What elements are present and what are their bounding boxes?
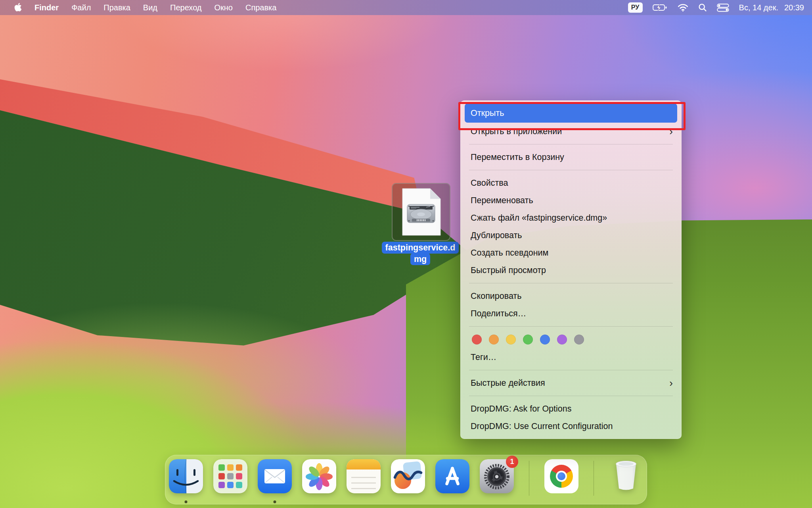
menu-file[interactable]: Файл: [65, 3, 97, 12]
apple-menu[interactable]: [9, 2, 28, 13]
menu-item-open[interactable]: Открыть: [465, 104, 677, 123]
desktop-file-label[interactable]: fastpingservice.d mg: [369, 242, 472, 265]
menu-item-copy[interactable]: Скопировать: [460, 287, 682, 305]
menu-item-rename[interactable]: Переименовать: [460, 192, 682, 209]
context-menu: Открыть Открыть в приложении › Перемести…: [460, 100, 682, 439]
dock-item-launchpad[interactable]: [213, 459, 247, 493]
menu-edit[interactable]: Правка: [97, 3, 137, 12]
dock-item-photos[interactable]: [302, 459, 336, 493]
menu-item-move-to-trash[interactable]: Переместить в Корзину: [460, 148, 682, 166]
freeform-icon: [391, 459, 425, 493]
file-label-line1: fastpingservice.d: [382, 242, 459, 254]
running-indicator-dot: [274, 500, 276, 503]
control-center-icon[interactable]: [717, 4, 729, 12]
dock-item-system-settings[interactable]: 1: [480, 459, 514, 493]
tag-color-yellow[interactable]: [506, 335, 516, 344]
menu-item-quick-actions[interactable]: Быстрые действия ›: [460, 374, 682, 392]
menu-item-quick-look[interactable]: Быстрый просмотр: [460, 262, 682, 279]
spotlight-search-icon[interactable]: [698, 3, 707, 12]
menu-item-make-alias[interactable]: Создать псевдоним: [460, 244, 682, 262]
submenu-chevron-icon: ›: [669, 126, 673, 137]
dock-item-mail[interactable]: [258, 459, 292, 493]
menu-bar: Finder Файл Правка Вид Переход Окно Спра…: [0, 0, 812, 15]
menu-bar-status: РУ: [628, 2, 812, 13]
menu-separator: [469, 170, 673, 170]
photos-icon: [302, 459, 336, 493]
menu-item-open-label: Открыть: [471, 108, 672, 118]
mail-icon: [258, 459, 292, 493]
dock-item-trash[interactable]: [609, 459, 643, 493]
dock-item-freeform[interactable]: [391, 459, 425, 493]
input-source-indicator[interactable]: РУ: [628, 2, 643, 13]
wifi-icon[interactable]: [678, 4, 688, 12]
notes-icon: [347, 459, 381, 493]
launchpad-icon: [213, 459, 247, 493]
chrome-icon: [544, 459, 578, 493]
desktop: Finder Файл Правка Вид Переход Окно Спра…: [0, 0, 812, 508]
date-text: Вс, 14 дек.: [739, 3, 778, 12]
battery-charging-icon[interactable]: [653, 4, 668, 12]
file-label-line2: mg: [410, 253, 430, 265]
dmg-disk-image-icon: [398, 187, 444, 237]
tag-color-row: [460, 331, 682, 348]
menu-item-open-with[interactable]: Открыть в приложении ›: [460, 123, 682, 140]
menu-view[interactable]: Вид: [137, 3, 164, 12]
finder-icon: [169, 459, 203, 493]
tag-color-gray[interactable]: [574, 335, 584, 344]
menu-item-compress[interactable]: Сжать файл «fastpingservice.dmg»: [460, 209, 682, 227]
trash-icon: [609, 459, 643, 493]
dock-item-chrome[interactable]: [544, 459, 578, 493]
menu-item-duplicate[interactable]: Дублировать: [460, 227, 682, 244]
tag-color-purple[interactable]: [557, 335, 567, 344]
submenu-chevron-icon: ›: [669, 378, 673, 388]
menu-window[interactable]: Окно: [208, 3, 239, 12]
dock-item-finder[interactable]: [169, 459, 203, 493]
clock[interactable]: Вс, 14 дек. 20:39: [739, 3, 804, 12]
menu-bar-left: Finder Файл Правка Вид Переход Окно Спра…: [0, 2, 283, 13]
tag-color-blue[interactable]: [540, 335, 550, 344]
menu-item-dropdmg-ask[interactable]: DropDMG: Ask for Options: [460, 400, 682, 418]
running-indicator-dot: [185, 500, 188, 503]
menu-help[interactable]: Справка: [239, 3, 283, 12]
menu-item-tags[interactable]: Теги…: [460, 348, 682, 366]
menu-separator: [469, 370, 673, 370]
dock-separator: [529, 461, 529, 496]
menu-item-share[interactable]: Поделиться…: [460, 305, 682, 322]
dock-item-app-store[interactable]: [435, 459, 469, 493]
tag-color-red[interactable]: [472, 335, 482, 344]
menu-item-get-info[interactable]: Свойства: [460, 174, 682, 192]
apple-logo-icon: [14, 2, 22, 12]
tag-color-green[interactable]: [523, 335, 533, 344]
dock: 1: [165, 455, 647, 504]
menu-item-dropdmg-use[interactable]: DropDMG: Use Current Configuration: [460, 418, 682, 435]
app-store-icon: [435, 459, 469, 493]
time-text: 20:39: [784, 3, 804, 12]
tag-color-orange[interactable]: [489, 335, 499, 344]
notification-badge: 1: [506, 456, 518, 468]
chrome-logo-ring: [550, 465, 573, 488]
dock-item-notes[interactable]: [347, 459, 381, 493]
desktop-file-fastpingservice-dmg[interactable]: [392, 183, 450, 241]
chrome-blue-core: [557, 472, 565, 480]
menu-separator: [469, 144, 673, 144]
menu-separator: [469, 396, 673, 396]
menu-finder[interactable]: Finder: [28, 3, 65, 12]
menu-go[interactable]: Переход: [164, 3, 208, 12]
menu-separator: [469, 283, 673, 283]
menu-separator: [469, 326, 673, 327]
dock-separator: [594, 461, 594, 496]
